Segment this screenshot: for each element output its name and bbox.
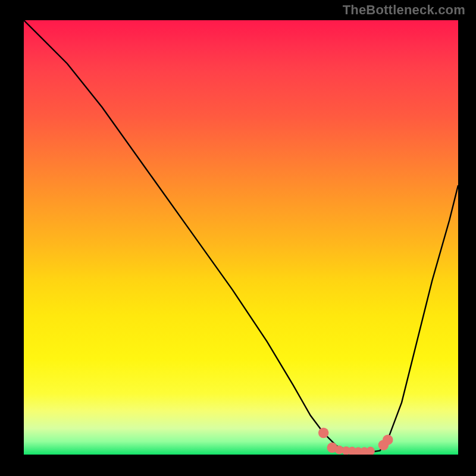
watermark-text: TheBottleneck.com [343, 2, 465, 18]
plot-area [24, 20, 458, 455]
marker-flat-g [366, 447, 375, 455]
curve-layer [24, 20, 458, 455]
chart-container: TheBottleneck.com [0, 0, 476, 476]
bottleneck-curve [24, 20, 458, 452]
marker-flat-left-end [318, 428, 329, 439]
marker-flat-right-b [383, 434, 393, 445]
marker-layer [318, 428, 393, 455]
